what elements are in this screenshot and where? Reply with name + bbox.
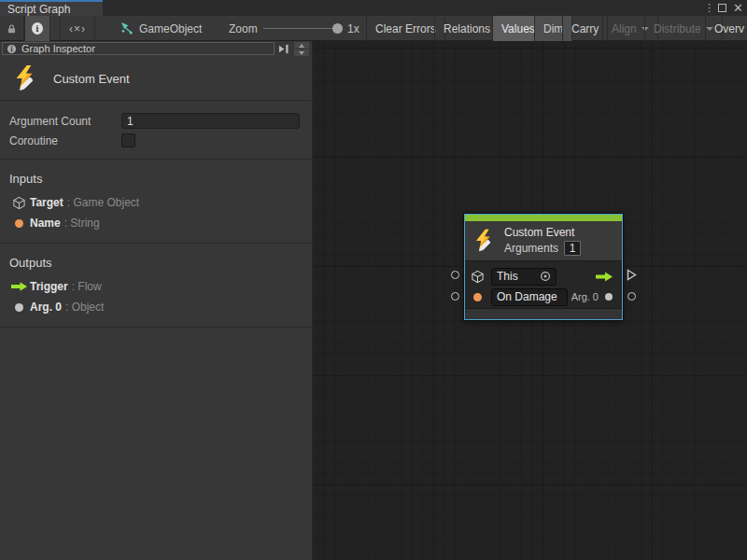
info-circle-icon: [7, 44, 17, 54]
coroutine-row: Coroutine: [0, 131, 312, 150]
left-port-name[interactable]: [451, 292, 459, 301]
input-row-target: Target : Game Object: [0, 192, 312, 213]
scroll-up-button[interactable]: [294, 42, 309, 49]
node-title: Custom Event: [504, 226, 581, 239]
window-controls: ⋮ ✕: [704, 0, 743, 16]
overview-button[interactable]: Overv: [705, 16, 747, 41]
right-port-arg0[interactable]: [627, 292, 636, 301]
inspector-header-box[interactable]: Graph Inspector: [2, 42, 275, 55]
custom-event-node[interactable]: Custom Event Arguments 1 This: [464, 214, 623, 320]
target-object-field[interactable]: This: [491, 268, 557, 286]
node-color-bar: [465, 215, 622, 221]
input-name-type: : String: [64, 217, 100, 230]
flow-arrow-icon: [10, 281, 28, 292]
trigger-flow-icon[interactable]: [595, 271, 613, 283]
outputs-header: Outputs: [0, 249, 312, 276]
input-target-name: Target: [30, 196, 63, 209]
dock-panel-button[interactable]: [276, 43, 290, 54]
output-trigger-type: : Flow: [72, 280, 102, 293]
code-icon: ‹×›: [69, 22, 86, 35]
zoom-label: Zoom: [229, 16, 258, 41]
inspector-toggle-button[interactable]: i: [24, 16, 50, 41]
event-name-field[interactable]: On Damage: [491, 288, 568, 306]
flow-port-triangle-icon: [627, 269, 637, 281]
info-icon: i: [32, 22, 43, 35]
lock-icon: [7, 22, 17, 35]
output-arg0-name: Arg. 0: [30, 301, 62, 314]
output-row-arg0: Arg. 0 : Object: [0, 297, 312, 317]
triangle-down-icon: [299, 51, 304, 55]
inputs-header: Inputs: [0, 165, 312, 192]
arg0-label: Arg. 0: [571, 291, 599, 302]
relations-button[interactable]: Relations: [434, 16, 500, 41]
inspector-title: Graph Inspector: [21, 43, 95, 54]
coroutine-checkbox[interactable]: [121, 133, 135, 147]
output-arg0-type: : Object: [65, 301, 104, 314]
zoom-slider-handle[interactable]: [332, 23, 343, 34]
arg0-port-icon[interactable]: [605, 293, 613, 301]
node-footer: [465, 308, 622, 319]
tab-script-graph[interactable]: Script Graph: [0, 0, 103, 16]
code-preview-button[interactable]: ‹×›: [60, 16, 95, 41]
graph-toolbar: i ‹×› GameObject Zoom 1x Clear Errors Re…: [0, 16, 747, 41]
argument-count-row: Argument Count 1: [0, 111, 312, 131]
output-row-trigger: Trigger : Flow: [0, 276, 312, 297]
node-arguments-label: Arguments: [504, 242, 558, 255]
dock-icon: [277, 44, 289, 54]
panel-scrollbar: [294, 42, 309, 56]
string-port-icon[interactable]: [473, 293, 482, 301]
tab-label: Script Graph: [7, 3, 70, 16]
clear-errors-button[interactable]: Clear Errors: [366, 16, 445, 41]
close-icon[interactable]: ✕: [733, 4, 743, 12]
input-target-type: : Game Object: [67, 196, 139, 209]
inspector-header: Graph Inspector: [0, 41, 312, 57]
carry-button[interactable]: Carry: [562, 16, 608, 41]
output-trigger-name: Trigger: [30, 280, 68, 293]
maximize-icon[interactable]: [718, 4, 726, 12]
input-row-name: Name : String: [0, 213, 312, 233]
argument-count-field[interactable]: 1: [121, 113, 300, 129]
title-bar: Script Graph ⋮ ✕: [0, 0, 747, 16]
input-name-name: Name: [30, 217, 61, 230]
unit-header: Custom Event: [0, 57, 312, 101]
cube-icon: [471, 270, 485, 284]
custom-event-icon: [12, 64, 40, 92]
right-port-trigger[interactable]: [627, 269, 637, 284]
node-body: This On Damage Arg. 0: [465, 260, 622, 308]
custom-event-icon: [472, 229, 497, 253]
unit-title: Custom Event: [53, 72, 130, 86]
object-picker-icon[interactable]: [540, 271, 551, 282]
unit-properties: Argument Count 1 Coroutine: [0, 101, 312, 160]
outputs-section: Outputs Trigger : Flow Arg. 0 : Object: [0, 244, 312, 328]
graph-inspector-panel: Graph Inspector Custom Event Argument Co…: [0, 41, 313, 560]
object-port-icon: [15, 303, 23, 312]
gameobject-context[interactable]: GameObject: [120, 16, 202, 41]
coroutine-label: Coroutine: [0, 134, 58, 147]
string-port-icon: [15, 219, 23, 228]
window-menu-icon[interactable]: ⋮: [704, 2, 712, 14]
zoom-value: 1x: [347, 16, 359, 41]
graph-asset-icon: [120, 21, 134, 35]
node-arguments-input[interactable]: 1: [564, 241, 581, 256]
lock-button[interactable]: [0, 16, 24, 41]
argument-count-label: Argument Count: [0, 115, 91, 128]
cube-icon: [12, 196, 26, 210]
zoom-slider-track[interactable]: [263, 28, 342, 29]
left-port-target[interactable]: [451, 271, 459, 279]
gameobject-label: GameObject: [139, 22, 202, 35]
node-row-name: On Damage Arg. 0: [471, 287, 616, 307]
inputs-section: Inputs Target : Game Object Name : Strin…: [0, 160, 312, 244]
triangle-up-icon: [299, 44, 304, 48]
scroll-down-button[interactable]: [294, 49, 309, 56]
graph-canvas[interactable]: Custom Event Arguments 1 This: [314, 41, 747, 560]
node-row-target: This: [471, 266, 616, 287]
node-header[interactable]: Custom Event Arguments 1: [465, 221, 622, 260]
